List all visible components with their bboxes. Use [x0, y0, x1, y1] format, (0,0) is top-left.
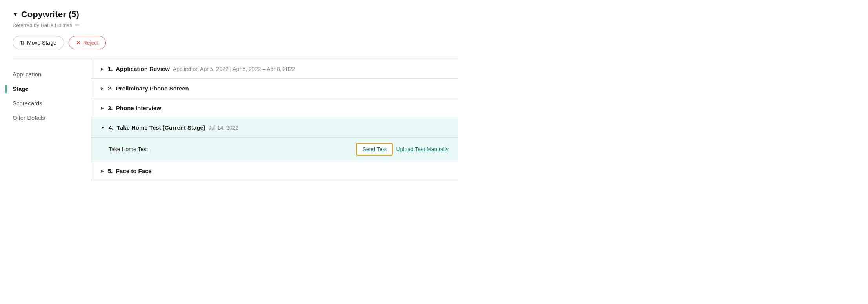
sidebar-label-stage: Stage	[13, 85, 29, 92]
move-stage-button[interactable]: ⇅ Move Stage	[13, 36, 64, 49]
move-stage-label: Move Stage	[27, 40, 56, 46]
stage-row-5[interactable]: ▶ 5. Face to Face	[91, 161, 458, 181]
stage-4-actions: Send Test Upload Test Manually	[356, 143, 449, 156]
stage-4-sub-label: Take Home Test	[109, 146, 148, 152]
stage-row-1[interactable]: ▶ 1. Application Review Applied on Apr 5…	[91, 59, 458, 79]
actions-row: ⇅ Move Stage ✕ Reject	[13, 36, 458, 49]
stage-row-2[interactable]: ▶ 2. Preliminary Phone Screen	[91, 79, 458, 98]
sidebar-item-offer-details[interactable]: Offer Details	[13, 110, 85, 125]
stage-4-inner: Take Home Test Send Test Upload Test Man…	[91, 138, 458, 161]
sidebar-label-scorecards: Scorecards	[13, 100, 42, 107]
reject-icon: ✕	[76, 40, 81, 46]
stage-1-meta: Applied on Apr 5, 2022 | Apr 5, 2022 – A…	[173, 66, 295, 72]
sidebar-item-stage[interactable]: Stage	[13, 81, 85, 96]
stage-3-triangle: ▶	[101, 106, 104, 110]
stages-content: ▶ 1. Application Review Applied on Apr 5…	[91, 59, 458, 181]
stage-4-triangle: ▼	[101, 125, 105, 130]
page-header: ▼ Copywriter (5)	[13, 9, 458, 20]
main-layout: Application Stage Scorecards Offer Detai…	[13, 59, 458, 181]
stage-5-triangle: ▶	[101, 169, 104, 173]
move-stage-icon: ⇅	[20, 40, 25, 46]
reject-label: Reject	[83, 40, 99, 46]
referred-by-text: Referred by Hallie Holman	[13, 22, 72, 28]
sidebar-item-scorecards[interactable]: Scorecards	[13, 96, 85, 110]
page-title: Copywriter (5)	[21, 9, 79, 20]
edit-icon[interactable]: ✏	[75, 22, 80, 28]
stage-1-title: 1. Application Review	[108, 65, 170, 72]
stage-2-triangle: ▶	[101, 86, 104, 90]
stage-4-meta: Jul 14, 2022	[209, 125, 238, 131]
reject-button[interactable]: ✕ Reject	[69, 36, 106, 49]
stage-1-triangle: ▶	[101, 67, 104, 71]
sidebar-label-application: Application	[13, 71, 41, 78]
stage-4-title: 4. Take Home Test (Current Stage)	[109, 124, 205, 131]
sidebar-label-offer-details: Offer Details	[13, 114, 45, 121]
upload-test-button[interactable]: Upload Test Manually	[396, 146, 449, 152]
stage-row-4[interactable]: ▼ 4. Take Home Test (Current Stage) Jul …	[91, 118, 458, 138]
stage-4-expanded: Take Home Test Send Test Upload Test Man…	[91, 138, 458, 161]
sidebar-item-application[interactable]: Application	[13, 67, 85, 81]
sidebar: Application Stage Scorecards Offer Detai…	[13, 59, 91, 181]
collapse-icon[interactable]: ▼	[13, 11, 18, 18]
stage-row-3[interactable]: ▶ 3. Phone Interview	[91, 98, 458, 118]
send-test-button[interactable]: Send Test	[356, 143, 393, 156]
page-container: ▼ Copywriter (5) Referred by Hallie Holm…	[0, 0, 470, 190]
stage-2-title: 2. Preliminary Phone Screen	[108, 85, 189, 92]
stage-5-title: 5. Face to Face	[108, 168, 152, 174]
stage-3-title: 3. Phone Interview	[108, 105, 161, 111]
referred-row: Referred by Hallie Holman ✏	[13, 22, 458, 28]
